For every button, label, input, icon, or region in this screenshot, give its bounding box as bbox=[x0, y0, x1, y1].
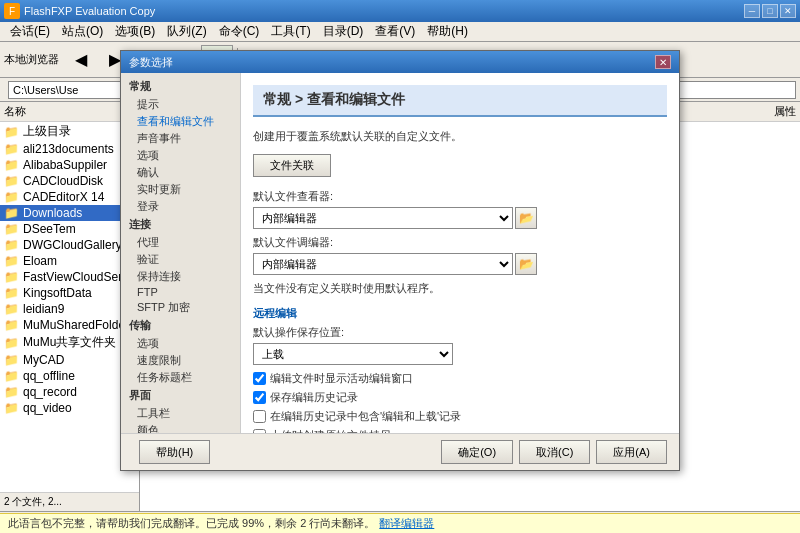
viewer-row: 内部编辑器 📂 bbox=[253, 207, 667, 229]
nav-item-sound[interactable]: 声音事件 bbox=[121, 130, 240, 147]
params-dialog: 参数选择 ✕ 常规 提示 查看和编辑文件 声音事件 选项 确认 实时更新 登录 … bbox=[120, 50, 680, 471]
editor-browse-button[interactable]: 📂 bbox=[515, 253, 537, 275]
dialog-overlay: 参数选择 ✕ 常规 提示 查看和编辑文件 声音事件 选项 确认 实时更新 登录 … bbox=[0, 0, 800, 533]
nav-item-view-edit[interactable]: 查看和编辑文件 bbox=[121, 113, 240, 130]
nav-item-speed[interactable]: 速度限制 bbox=[121, 352, 240, 369]
translation-text: 此语言包不完整，请帮助我们完成翻译。已完成 99%，剩余 2 行尚未翻译。 bbox=[8, 516, 375, 531]
check3-row: 在编辑历史记录中包含'编辑和上载'记录 bbox=[253, 409, 667, 424]
viewer-label: 默认文件查看器: bbox=[253, 189, 667, 204]
dialog-body: 常规 提示 查看和编辑文件 声音事件 选项 确认 实时更新 登录 连接 代理 验… bbox=[121, 73, 679, 433]
dialog-title-text: 参数选择 bbox=[129, 55, 655, 70]
check2-row: 保存编辑历史记录 bbox=[253, 390, 667, 405]
editor-row: 内部编辑器 📂 bbox=[253, 253, 667, 275]
check4-row: 上传时创建原始文件持贝 bbox=[253, 428, 667, 433]
viewer-browse-button[interactable]: 📂 bbox=[515, 207, 537, 229]
nav-item-task[interactable]: 任务标题栏 bbox=[121, 369, 240, 386]
nav-item-ftp[interactable]: FTP bbox=[121, 285, 240, 299]
check3-checkbox[interactable] bbox=[253, 410, 266, 423]
translation-link[interactable]: 翻译编辑器 bbox=[379, 516, 434, 531]
help-button[interactable]: 帮助(H) bbox=[139, 440, 210, 464]
check4-label: 上传时创建原始文件持贝 bbox=[270, 428, 391, 433]
ok-button[interactable]: 确定(O) bbox=[441, 440, 513, 464]
check3-label: 在编辑历史记录中包含'编辑和上载'记录 bbox=[270, 409, 461, 424]
viewer-select[interactable]: 内部编辑器 bbox=[253, 207, 513, 229]
nav-item-verify[interactable]: 验证 bbox=[121, 251, 240, 268]
nav-item-keepalive[interactable]: 保持连接 bbox=[121, 268, 240, 285]
nav-item-login[interactable]: 登录 bbox=[121, 198, 240, 215]
remote-save-label: 默认操作保存位置: bbox=[253, 325, 667, 340]
check2-checkbox[interactable] bbox=[253, 391, 266, 404]
content-header: 常规 > 查看和编辑文件 bbox=[253, 85, 667, 117]
check1-label: 编辑文件时显示活动编辑窗口 bbox=[270, 371, 413, 386]
dialog-content: 常规 > 查看和编辑文件 创建用于覆盖系统默认关联的自定义文件。 文件关联 默认… bbox=[241, 73, 679, 433]
dialog-title-bar: 参数选择 ✕ bbox=[121, 51, 679, 73]
editor-label: 默认文件调编器: bbox=[253, 235, 667, 250]
apply-button[interactable]: 应用(A) bbox=[596, 440, 667, 464]
nav-section-general[interactable]: 常规 bbox=[121, 77, 240, 96]
remote-save-select[interactable]: 上载 bbox=[253, 343, 453, 365]
footer-left: 帮助(H) bbox=[133, 440, 435, 464]
nav-item-transfer-options[interactable]: 选项 bbox=[121, 335, 240, 352]
editor-select[interactable]: 内部编辑器 bbox=[253, 253, 513, 275]
nav-item-realtime[interactable]: 实时更新 bbox=[121, 181, 240, 198]
nav-item-sftp[interactable]: SFTP 加密 bbox=[121, 299, 240, 316]
no-assoc-text: 当文件没有定义关联时使用默认程序。 bbox=[253, 281, 667, 296]
translation-bar: 此语言包不完整，请帮助我们完成翻译。已完成 99%，剩余 2 行尚未翻译。 翻译… bbox=[0, 513, 800, 533]
check4-checkbox[interactable] bbox=[253, 429, 266, 433]
nav-item-options[interactable]: 选项 bbox=[121, 147, 240, 164]
nav-item-confirm[interactable]: 确认 bbox=[121, 164, 240, 181]
dialog-nav: 常规 提示 查看和编辑文件 声音事件 选项 确认 实时更新 登录 连接 代理 验… bbox=[121, 73, 241, 433]
nav-item-proxy[interactable]: 代理 bbox=[121, 234, 240, 251]
check2-label: 保存编辑历史记录 bbox=[270, 390, 358, 405]
cancel-button[interactable]: 取消(C) bbox=[519, 440, 590, 464]
nav-item-color[interactable]: 颜色 bbox=[121, 422, 240, 433]
nav-section-transfer[interactable]: 传输 bbox=[121, 316, 240, 335]
check1-row: 编辑文件时显示活动编辑窗口 bbox=[253, 371, 667, 386]
nav-item-toolbar[interactable]: 工具栏 bbox=[121, 405, 240, 422]
nav-section-ui[interactable]: 界面 bbox=[121, 386, 240, 405]
nav-section-connect[interactable]: 连接 bbox=[121, 215, 240, 234]
dialog-close-button[interactable]: ✕ bbox=[655, 55, 671, 69]
file-assoc-button[interactable]: 文件关联 bbox=[253, 154, 331, 177]
remote-section-title: 远程编辑 bbox=[253, 306, 667, 321]
content-desc: 创建用于覆盖系统默认关联的自定义文件。 bbox=[253, 129, 667, 144]
translation-bar-wrapper: 此语言包不完整，请帮助我们完成翻译。已完成 99%，剩余 2 行尚未翻译。 翻译… bbox=[0, 513, 800, 533]
dialog-footer: 帮助(H) 确定(O) 取消(C) 应用(A) bbox=[121, 433, 679, 470]
nav-item-tips[interactable]: 提示 bbox=[121, 96, 240, 113]
check1-checkbox[interactable] bbox=[253, 372, 266, 385]
remote-save-row: 上载 bbox=[253, 343, 667, 365]
